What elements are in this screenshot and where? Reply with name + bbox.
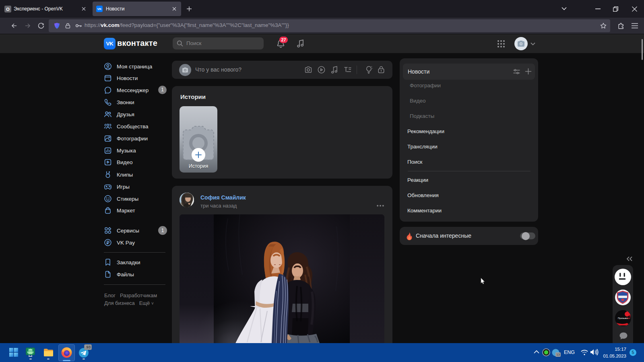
svg-text:Нет: Нет <box>627 317 630 319</box>
